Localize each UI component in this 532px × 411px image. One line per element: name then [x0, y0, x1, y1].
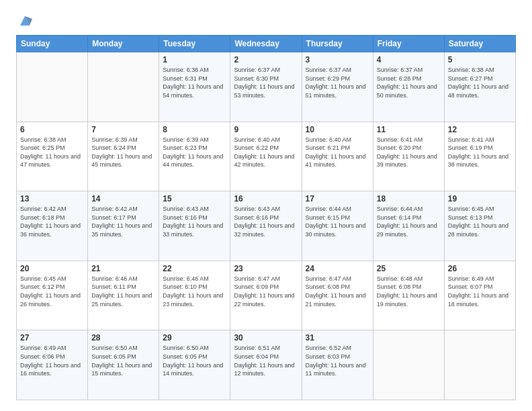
- weekday-sunday: Sunday: [17, 36, 88, 52]
- day-cell: 20 Sunrise: 6:45 AMSunset: 6:12 PMDaylig…: [17, 261, 88, 330]
- day-cell: [88, 52, 159, 122]
- day-number: 18: [377, 194, 441, 203]
- day-cell: 3 Sunrise: 6:37 AMSunset: 6:29 PMDayligh…: [302, 52, 373, 122]
- weekday-wednesday: Wednesday: [230, 36, 302, 52]
- day-info: Sunrise: 6:47 AMSunset: 6:09 PMDaylight:…: [234, 275, 298, 308]
- week-row-5: 27 Sunrise: 6:49 AMSunset: 6:06 PMDaylig…: [17, 330, 516, 400]
- weekday-saturday: Saturday: [444, 36, 515, 52]
- day-info: Sunrise: 6:37 AMSunset: 6:30 PMDaylight:…: [234, 66, 298, 99]
- day-cell: 23 Sunrise: 6:47 AMSunset: 6:09 PMDaylig…: [230, 261, 302, 330]
- day-info: Sunrise: 6:50 AMSunset: 6:05 PMDaylight:…: [163, 344, 226, 377]
- day-number: 11: [377, 125, 441, 134]
- day-cell: [444, 330, 515, 400]
- day-info: Sunrise: 6:43 AMSunset: 6:16 PMDaylight:…: [234, 205, 298, 238]
- day-number: 2: [234, 55, 298, 64]
- day-number: 22: [163, 264, 226, 273]
- day-info: Sunrise: 6:44 AMSunset: 6:15 PMDaylight:…: [306, 205, 369, 238]
- day-cell: 16 Sunrise: 6:43 AMSunset: 6:16 PMDaylig…: [230, 191, 302, 261]
- day-cell: 14 Sunrise: 6:42 AMSunset: 6:17 PMDaylig…: [88, 191, 159, 261]
- week-row-1: 1 Sunrise: 6:36 AMSunset: 6:31 PMDayligh…: [17, 52, 516, 122]
- day-number: 5: [448, 55, 512, 64]
- weekday-monday: Monday: [88, 36, 159, 52]
- day-info: Sunrise: 6:52 AMSunset: 6:03 PMDaylight:…: [306, 344, 369, 377]
- day-info: Sunrise: 6:43 AMSunset: 6:16 PMDaylight:…: [163, 205, 226, 238]
- day-number: 12: [448, 125, 512, 134]
- day-number: 10: [306, 125, 369, 134]
- calendar-page: SundayMondayTuesdayWednesdayThursdayFrid…: [0, 0, 532, 411]
- day-info: Sunrise: 6:51 AMSunset: 6:04 PMDaylight:…: [234, 344, 298, 377]
- day-number: 29: [163, 333, 226, 342]
- day-number: 20: [20, 264, 84, 273]
- logo: [16, 13, 34, 28]
- day-info: Sunrise: 6:37 AMSunset: 6:28 PMDaylight:…: [377, 66, 441, 99]
- day-info: Sunrise: 6:44 AMSunset: 6:14 PMDaylight:…: [377, 205, 441, 238]
- week-row-4: 20 Sunrise: 6:45 AMSunset: 6:12 PMDaylig…: [17, 261, 516, 330]
- day-info: Sunrise: 6:45 AMSunset: 6:13 PMDaylight:…: [448, 205, 512, 238]
- day-info: Sunrise: 6:42 AMSunset: 6:17 PMDaylight:…: [91, 205, 155, 238]
- day-cell: 2 Sunrise: 6:37 AMSunset: 6:30 PMDayligh…: [230, 52, 302, 122]
- header: [16, 13, 516, 28]
- day-info: Sunrise: 6:46 AMSunset: 6:11 PMDaylight:…: [91, 275, 155, 308]
- weekday-friday: Friday: [373, 36, 444, 52]
- day-cell: 1 Sunrise: 6:36 AMSunset: 6:31 PMDayligh…: [159, 52, 230, 122]
- day-cell: 22 Sunrise: 6:46 AMSunset: 6:10 PMDaylig…: [159, 261, 230, 330]
- day-number: 8: [163, 125, 226, 134]
- day-cell: 9 Sunrise: 6:40 AMSunset: 6:22 PMDayligh…: [230, 122, 302, 191]
- day-cell: 7 Sunrise: 6:39 AMSunset: 6:24 PMDayligh…: [88, 122, 159, 191]
- day-number: 24: [306, 264, 369, 273]
- day-number: 21: [91, 264, 155, 273]
- day-cell: 24 Sunrise: 6:47 AMSunset: 6:08 PMDaylig…: [302, 261, 373, 330]
- day-number: 7: [91, 125, 155, 134]
- day-number: 3: [306, 55, 369, 64]
- day-number: 19: [448, 194, 512, 203]
- day-number: 31: [306, 333, 369, 342]
- calendar-table: SundayMondayTuesdayWednesdayThursdayFrid…: [16, 35, 516, 400]
- day-info: Sunrise: 6:38 AMSunset: 6:27 PMDaylight:…: [448, 66, 512, 99]
- day-info: Sunrise: 6:38 AMSunset: 6:25 PMDaylight:…: [20, 136, 84, 169]
- day-info: Sunrise: 6:41 AMSunset: 6:20 PMDaylight:…: [377, 136, 441, 169]
- day-number: 4: [377, 55, 441, 64]
- week-row-2: 6 Sunrise: 6:38 AMSunset: 6:25 PMDayligh…: [17, 122, 516, 191]
- day-info: Sunrise: 6:40 AMSunset: 6:22 PMDaylight:…: [234, 136, 298, 169]
- day-number: 25: [377, 264, 441, 273]
- day-info: Sunrise: 6:48 AMSunset: 6:08 PMDaylight:…: [377, 275, 441, 308]
- day-cell: 30 Sunrise: 6:51 AMSunset: 6:04 PMDaylig…: [230, 330, 302, 400]
- logo-icon: [17, 13, 32, 28]
- weekday-header-row: SundayMondayTuesdayWednesdayThursdayFrid…: [17, 36, 516, 52]
- day-info: Sunrise: 6:39 AMSunset: 6:24 PMDaylight:…: [91, 136, 155, 169]
- day-cell: 28 Sunrise: 6:50 AMSunset: 6:05 PMDaylig…: [88, 330, 159, 400]
- day-info: Sunrise: 6:39 AMSunset: 6:23 PMDaylight:…: [163, 136, 226, 169]
- day-cell: 21 Sunrise: 6:46 AMSunset: 6:11 PMDaylig…: [88, 261, 159, 330]
- day-cell: 8 Sunrise: 6:39 AMSunset: 6:23 PMDayligh…: [159, 122, 230, 191]
- day-cell: 31 Sunrise: 6:52 AMSunset: 6:03 PMDaylig…: [302, 330, 373, 400]
- day-number: 30: [234, 333, 298, 342]
- day-cell: 27 Sunrise: 6:49 AMSunset: 6:06 PMDaylig…: [17, 330, 88, 400]
- day-info: Sunrise: 6:41 AMSunset: 6:19 PMDaylight:…: [448, 136, 512, 169]
- day-info: Sunrise: 6:40 AMSunset: 6:21 PMDaylight:…: [306, 136, 369, 169]
- day-cell: 26 Sunrise: 6:49 AMSunset: 6:07 PMDaylig…: [444, 261, 515, 330]
- day-number: 26: [448, 264, 512, 273]
- day-cell: 4 Sunrise: 6:37 AMSunset: 6:28 PMDayligh…: [373, 52, 444, 122]
- day-cell: 12 Sunrise: 6:41 AMSunset: 6:19 PMDaylig…: [444, 122, 515, 191]
- day-info: Sunrise: 6:46 AMSunset: 6:10 PMDaylight:…: [163, 275, 226, 308]
- day-number: 23: [234, 264, 298, 273]
- day-number: 16: [234, 194, 298, 203]
- day-number: 27: [20, 333, 84, 342]
- day-info: Sunrise: 6:50 AMSunset: 6:05 PMDaylight:…: [91, 344, 155, 377]
- day-info: Sunrise: 6:47 AMSunset: 6:08 PMDaylight:…: [306, 275, 369, 308]
- day-info: Sunrise: 6:49 AMSunset: 6:06 PMDaylight:…: [20, 344, 84, 377]
- day-number: 6: [20, 125, 84, 134]
- day-cell: 6 Sunrise: 6:38 AMSunset: 6:25 PMDayligh…: [17, 122, 88, 191]
- day-number: 9: [234, 125, 298, 134]
- day-info: Sunrise: 6:36 AMSunset: 6:31 PMDaylight:…: [163, 66, 226, 99]
- day-number: 14: [91, 194, 155, 203]
- weekday-tuesday: Tuesday: [159, 36, 230, 52]
- day-cell: 19 Sunrise: 6:45 AMSunset: 6:13 PMDaylig…: [444, 191, 515, 261]
- day-number: 15: [163, 194, 226, 203]
- day-cell: [17, 52, 88, 122]
- week-row-3: 13 Sunrise: 6:42 AMSunset: 6:18 PMDaylig…: [17, 191, 516, 261]
- day-cell: 13 Sunrise: 6:42 AMSunset: 6:18 PMDaylig…: [17, 191, 88, 261]
- day-number: 28: [91, 333, 155, 342]
- day-cell: 5 Sunrise: 6:38 AMSunset: 6:27 PMDayligh…: [444, 52, 515, 122]
- day-cell: 15 Sunrise: 6:43 AMSunset: 6:16 PMDaylig…: [159, 191, 230, 261]
